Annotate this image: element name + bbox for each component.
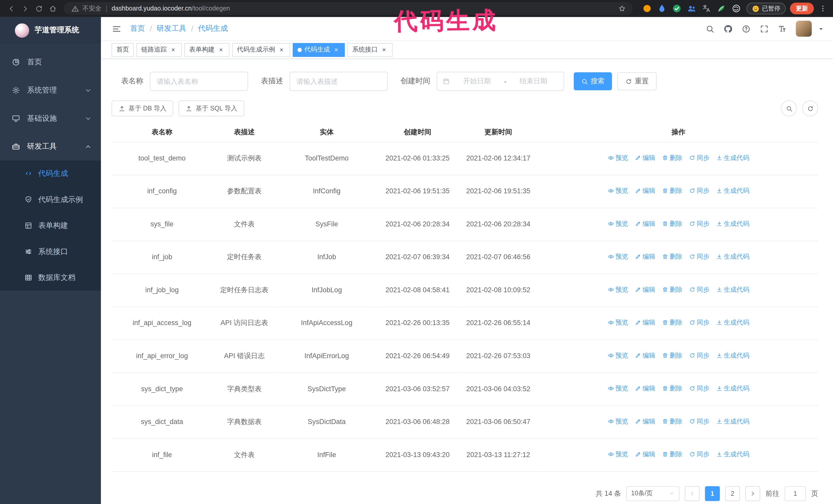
extension-translate-icon[interactable]	[701, 4, 711, 13]
close-icon[interactable]: ×	[169, 46, 177, 53]
preview-link[interactable]: 预览	[608, 383, 628, 394]
edit-link[interactable]: 编辑	[635, 185, 656, 197]
edit-link[interactable]: 编辑	[635, 251, 656, 263]
sync-link[interactable]: 同步	[689, 350, 710, 361]
generate-link[interactable]: 生成代码	[716, 152, 749, 164]
edit-link[interactable]: 编辑	[635, 284, 656, 295]
search-icon[interactable]	[706, 24, 715, 33]
delete-link[interactable]: 删除	[662, 383, 683, 394]
table-name-input[interactable]	[150, 72, 248, 91]
close-icon[interactable]: ×	[380, 46, 388, 53]
sync-link[interactable]: 同步	[689, 218, 710, 230]
refresh-button[interactable]	[802, 100, 818, 116]
preview-link[interactable]: 预览	[608, 350, 628, 361]
avatar-caret-icon[interactable]	[816, 24, 826, 33]
extension-knot-icon[interactable]	[731, 4, 741, 13]
generate-link[interactable]: 生成代码	[716, 251, 749, 263]
delete-link[interactable]: 删除	[662, 350, 683, 361]
tab-codegen[interactable]: 代码生成×	[293, 43, 345, 57]
preview-link[interactable]: 预览	[608, 152, 628, 164]
generate-link[interactable]: 生成代码	[716, 448, 749, 460]
tab-tracer[interactable]: 链路追踪×	[137, 43, 182, 57]
preview-link[interactable]: 预览	[608, 185, 628, 197]
goto-page-input[interactable]	[785, 486, 806, 501]
reset-button[interactable]: 重置	[617, 72, 657, 90]
delete-link[interactable]: 删除	[662, 218, 683, 230]
generate-link[interactable]: 生成代码	[716, 185, 749, 197]
sidebar-subitem-db-doc[interactable]: 数据库文档	[0, 265, 101, 291]
generate-link[interactable]: 生成代码	[716, 284, 749, 295]
sidebar-item-infra[interactable]: 基础设施	[0, 104, 101, 132]
github-icon[interactable]	[723, 24, 733, 33]
close-icon[interactable]: ×	[217, 46, 225, 53]
preview-link[interactable]: 预览	[608, 284, 628, 295]
sidebar-subitem-codegen[interactable]: 代码生成	[0, 161, 101, 187]
delete-link[interactable]: 删除	[662, 448, 683, 460]
sync-link[interactable]: 同步	[689, 152, 710, 164]
help-icon[interactable]	[741, 24, 751, 33]
delete-link[interactable]: 删除	[662, 317, 683, 329]
delete-link[interactable]: 删除	[662, 185, 683, 197]
generate-link[interactable]: 生成代码	[716, 317, 749, 329]
close-icon[interactable]: ×	[333, 46, 340, 53]
breadcrumb-item[interactable]: 首页	[130, 24, 145, 33]
profile-paused-badge[interactable]: 已暂停	[746, 3, 786, 14]
breadcrumb-item[interactable]: 代码生成	[198, 24, 228, 33]
preview-link[interactable]: 预览	[608, 415, 628, 427]
preview-link[interactable]: 预览	[608, 317, 628, 329]
page-button-2[interactable]: 2	[725, 486, 740, 501]
extension-drop-icon[interactable]	[657, 4, 666, 13]
edit-link[interactable]: 编辑	[635, 448, 656, 460]
fullscreen-icon[interactable]	[760, 24, 769, 33]
sync-link[interactable]: 同步	[689, 251, 710, 263]
sync-link[interactable]: 同步	[689, 185, 710, 197]
edit-link[interactable]: 编辑	[635, 218, 656, 230]
address-bar[interactable]: 不安全 dashboard.yudao.iocoder.cn/tool/code…	[64, 2, 633, 15]
hamburger-icon[interactable]	[112, 24, 121, 33]
generate-link[interactable]: 生成代码	[716, 218, 749, 230]
import-db-button[interactable]: 基于 DB 导入	[112, 100, 173, 116]
delete-link[interactable]: 删除	[662, 152, 683, 164]
generate-link[interactable]: 生成代码	[716, 350, 749, 361]
extension-check-icon[interactable]	[672, 4, 681, 13]
back-icon[interactable]	[4, 2, 18, 16]
edit-link[interactable]: 编辑	[635, 415, 656, 427]
sidebar-item-system[interactable]: 系统管理	[0, 76, 101, 104]
delete-link[interactable]: 删除	[662, 284, 683, 295]
toggle-search-button[interactable]	[781, 100, 797, 116]
tab-codegen-example[interactable]: 代码生成示例×	[232, 43, 290, 57]
sidebar-item-devtools[interactable]: 研发工具	[0, 132, 101, 161]
delete-link[interactable]: 删除	[662, 251, 683, 263]
bookmark-star-icon[interactable]	[618, 4, 626, 13]
edit-link[interactable]: 编辑	[635, 350, 656, 361]
page-button-1[interactable]: 1	[705, 486, 720, 501]
sync-link[interactable]: 同步	[689, 448, 710, 460]
edit-link[interactable]: 编辑	[635, 383, 656, 394]
extension-people-icon[interactable]	[687, 4, 696, 13]
tab-form-build[interactable]: 表单构建×	[184, 43, 230, 57]
sync-link[interactable]: 同步	[689, 415, 710, 427]
sync-link[interactable]: 同步	[689, 317, 710, 329]
edit-link[interactable]: 编辑	[635, 317, 656, 329]
reload-icon[interactable]	[32, 2, 46, 16]
font-size-icon[interactable]	[778, 24, 787, 33]
generate-link[interactable]: 生成代码	[716, 383, 749, 394]
edit-link[interactable]: 编辑	[635, 152, 656, 164]
tab-system-api[interactable]: 系统接口×	[348, 43, 392, 57]
extension-lion-icon[interactable]	[642, 4, 651, 13]
tab-home[interactable]: 首页	[112, 43, 134, 57]
home-icon[interactable]	[46, 2, 60, 16]
preview-link[interactable]: 预览	[608, 218, 628, 230]
next-page-button[interactable]	[745, 486, 760, 501]
sidebar-subitem-system-api[interactable]: 系统接口	[0, 239, 101, 265]
forward-icon[interactable]	[18, 2, 32, 16]
delete-link[interactable]: 删除	[662, 415, 683, 427]
date-range-picker[interactable]: 开始日期 - 结束日期	[437, 72, 564, 91]
close-icon[interactable]: ×	[278, 46, 285, 53]
sidebar-item-home[interactable]: 首页	[0, 48, 101, 76]
user-avatar[interactable]	[796, 21, 812, 37]
sync-link[interactable]: 同步	[689, 284, 710, 295]
chrome-update-button[interactable]: 更新	[790, 3, 814, 14]
breadcrumb-item[interactable]: 研发工具	[157, 24, 186, 33]
generate-link[interactable]: 生成代码	[716, 415, 749, 427]
